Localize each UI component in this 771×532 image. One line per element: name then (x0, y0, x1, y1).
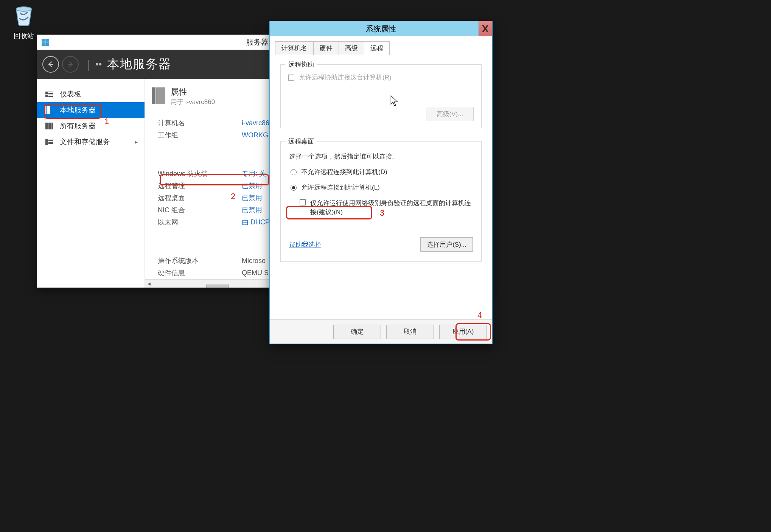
radio-disallow-remote[interactable]: 不允许远程连接到此计算机(D) (291, 168, 474, 176)
remote-assistance-checkbox-label: 允许远程协助连接这台计算机(R) (299, 73, 392, 82)
tabstrip: 计算机名 硬件 高级 远程 (270, 36, 492, 55)
svg-rect-6 (48, 92, 53, 92)
remote-assistance-advanced-button: 高级(V)... (426, 107, 474, 121)
property-key: Windows 防火墙 (158, 169, 242, 178)
nav-back-button[interactable] (42, 56, 59, 73)
svg-rect-13 (45, 123, 48, 129)
remote-desktop-intro: 选择一个选项，然后指定谁可以连接。 (289, 152, 474, 161)
properties-tile-icon (152, 87, 165, 104)
select-users-button[interactable]: 选择用户(S)... (420, 237, 473, 252)
properties-subtitle: 用于 i-vavrc860 (171, 98, 215, 106)
ok-button[interactable]: 确定 (333, 325, 381, 339)
arrow-right-icon (67, 61, 74, 68)
dashboard-icon (45, 91, 54, 97)
svg-rect-7 (48, 93, 53, 94)
apply-button[interactable]: 应用(A) (439, 325, 487, 339)
remote-desktop-legend: 远程桌面 (285, 137, 317, 146)
property-key: 远程管理 (158, 181, 242, 190)
server-manager-icon (41, 38, 50, 47)
property-value-remote-desktop[interactable]: 已禁用 (242, 193, 262, 202)
tab-hardware[interactable]: 硬件 (313, 41, 339, 55)
property-value-workgroup[interactable]: WORKG (242, 131, 268, 139)
property-key: 操作系统版本 (158, 256, 242, 265)
toolbar-separator: | (87, 58, 90, 72)
svg-rect-8 (45, 95, 48, 97)
svg-rect-3 (42, 42, 45, 46)
tab-computer-name[interactable]: 计算机名 (275, 41, 314, 55)
recycle-bin-label: 回收站 (7, 31, 41, 40)
svg-rect-16 (45, 139, 48, 145)
arrow-left-icon (47, 61, 54, 68)
system-properties-titlebar[interactable]: 系统属性 X (270, 21, 492, 36)
svg-rect-15 (51, 123, 53, 129)
recycle-bin-icon (12, 3, 36, 27)
checkbox-icon (300, 199, 306, 205)
svg-point-0 (16, 7, 31, 11)
breadcrumb-prefix: •• (95, 59, 102, 70)
recycle-bin[interactable]: 回收站 (7, 3, 41, 40)
remote-assistance-checkbox: 允许远程协助连接这台计算机(R) (288, 73, 474, 82)
property-value-nic-teaming[interactable]: 已禁用 (242, 205, 262, 215)
properties-title: 属性 (171, 86, 215, 98)
property-value-firewall[interactable]: 专用: 关 (242, 169, 266, 178)
close-icon: X (482, 23, 488, 35)
server-icon (45, 107, 54, 113)
chevron-right-icon: ▸ (135, 139, 138, 145)
system-properties-footer: 确定 取消 应用(A) (270, 319, 492, 344)
sidebar-item-local-server[interactable]: 本地服务器 (37, 102, 145, 118)
svg-rect-12 (45, 106, 46, 114)
nla-checkbox[interactable]: 仅允许运行使用网络级别身份验证的远程桌面的计算机连接(建议)(N) (300, 199, 474, 217)
property-value-ethernet[interactable]: 由 DHCP (242, 218, 270, 227)
property-key: 工作组 (158, 131, 242, 140)
svg-rect-2 (45, 39, 49, 42)
property-key: 计算机名 (158, 118, 242, 128)
sidebar-item-label: 所有服务器 (60, 121, 96, 131)
property-value-hardware-info: QEMU S (242, 269, 269, 277)
radio-disallow-label: 不允许远程连接到此计算机(D) (301, 168, 387, 176)
sidebar-item-dashboard[interactable]: 仪表板 (37, 86, 145, 102)
svg-rect-10 (48, 96, 53, 97)
page-heading: 本地服务器 (107, 56, 171, 73)
property-value-remote-management[interactable]: 已禁用 (242, 181, 262, 190)
remote-assistance-group: 远程协助 允许远程协助连接这台计算机(R) 高级(V)... (280, 64, 482, 128)
radio-allow-remote[interactable]: 允许远程连接到此计算机(L) (291, 183, 474, 192)
cursor-icon (390, 95, 399, 107)
svg-rect-5 (45, 92, 48, 94)
help-me-choose-link[interactable]: 帮助我选择 (289, 240, 321, 249)
property-value-computer-name[interactable]: i-vavrc86 (242, 119, 269, 127)
nla-checkbox-label: 仅允许运行使用网络级别身份验证的远程桌面的计算机连接(建议)(N) (310, 199, 474, 217)
radio-icon (291, 185, 297, 191)
close-button[interactable]: X (479, 21, 492, 36)
property-value-os-version: Microso (242, 257, 266, 265)
svg-rect-4 (45, 42, 49, 46)
svg-rect-14 (48, 123, 51, 129)
svg-rect-18 (48, 142, 53, 144)
storage-icon (45, 139, 54, 145)
servers-icon (45, 123, 54, 129)
sidebar-item-label: 仪表板 (60, 89, 81, 99)
cancel-button[interactable]: 取消 (386, 325, 434, 339)
system-properties-dialog: 系统属性 X 计算机名 硬件 高级 远程 远程协助 允许远程协助连接这台计算机(… (269, 21, 493, 344)
property-key: 硬件信息 (158, 268, 242, 277)
property-key: 以太网 (158, 218, 242, 227)
svg-rect-1 (42, 39, 45, 42)
tab-remote[interactable]: 远程 (364, 41, 390, 55)
desktop: 回收站 服务器管理器 | •• 本地服务器 • (0, 0, 771, 532)
scroll-thumb[interactable] (206, 285, 229, 288)
radio-allow-label: 允许远程连接到此计算机(L) (301, 183, 380, 192)
sidebar-item-all-servers[interactable]: 所有服务器 (37, 118, 145, 134)
tab-advanced[interactable]: 高级 (339, 41, 364, 55)
svg-rect-9 (48, 95, 53, 95)
radio-icon (291, 169, 297, 175)
sidebar-item-label: 本地服务器 (60, 105, 96, 115)
nav-forward-button (62, 56, 79, 73)
system-properties-body: 远程协助 允许远程协助连接这台计算机(R) 高级(V)... 远程桌面 选择一个… (270, 55, 492, 319)
sidebar-item-file-storage[interactable]: 文件和存储服务 ▸ (37, 134, 145, 150)
checkbox-icon (288, 75, 294, 81)
sidebar-item-label: 文件和存储服务 (60, 137, 110, 147)
property-key: NIC 组合 (158, 205, 242, 215)
scroll-left-button[interactable]: ◂ (145, 280, 153, 288)
remote-desktop-group: 远程桌面 选择一个选项，然后指定谁可以连接。 不允许远程连接到此计算机(D) 允… (280, 141, 482, 262)
remote-assistance-legend: 远程协助 (285, 60, 317, 69)
system-properties-title: 系统属性 (270, 24, 492, 34)
